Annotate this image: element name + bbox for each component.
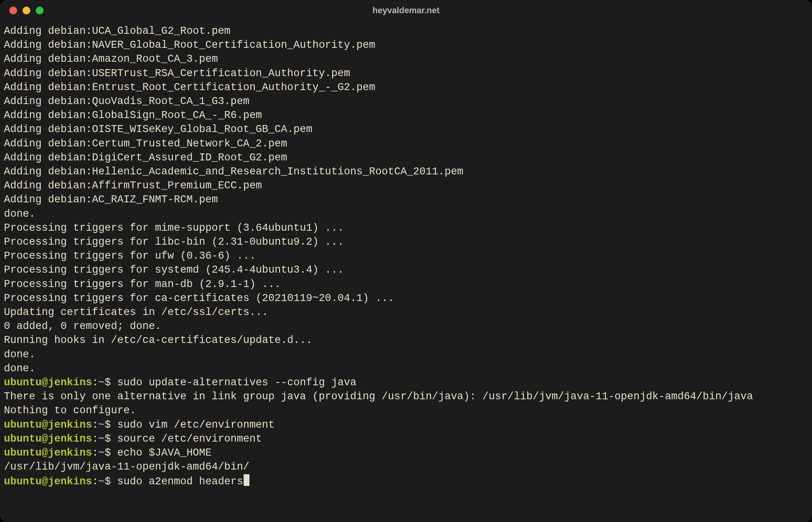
command-text: echo $JAVA_HOME [117, 447, 212, 459]
shell-prompt: ubuntu@jenkins:~$ [4, 419, 117, 431]
terminal-output-line: Adding debian:NAVER_Global_Root_Certific… [4, 38, 808, 52]
terminal-output-line: Adding debian:OISTE_WISeKey_Global_Root_… [4, 122, 808, 136]
terminal-output-line: /usr/lib/jvm/java-11-openjdk-amd64/bin/ [4, 460, 808, 474]
terminal-output-line: Processing triggers for ca-certificates … [4, 291, 808, 305]
terminal-output-line: Adding debian:AC_RAIZ_FNMT-RCM.pem [4, 193, 808, 207]
shell-prompt: ubuntu@jenkins:~$ [4, 476, 117, 487]
terminal-output-line: Nothing to configure. [4, 404, 808, 418]
command-text: sudo update-alternatives --config java [117, 377, 357, 388]
terminal-output-line: Adding debian:QuoVadis_Root_CA_1_G3.pem [4, 94, 808, 108]
terminal-output-line: Updating certificates in /etc/ssl/certs.… [4, 305, 808, 319]
terminal-output-line: Adding debian:AffirmTrust_Premium_ECC.pe… [4, 179, 808, 193]
terminal-command-line: ubuntu@jenkins:~$ echo $JAVA_HOME [4, 446, 808, 460]
shell-prompt: ubuntu@jenkins:~$ [4, 433, 117, 445]
terminal-output-line: Running hooks in /etc/ca-certificates/up… [4, 333, 808, 347]
terminal-output-line: Processing triggers for libc-bin (2.31-0… [4, 235, 808, 249]
terminal-command-line: ubuntu@jenkins:~$ source /etc/environmen… [4, 432, 808, 446]
terminal-output-line: Processing triggers for systemd (245.4-4… [4, 263, 808, 277]
cursor-icon [244, 474, 249, 486]
terminal-output-line: done. [4, 348, 808, 362]
titlebar: heyvaldemar.net [0, 0, 812, 21]
terminal-command-line: ubuntu@jenkins:~$ sudo vim /etc/environm… [4, 418, 808, 432]
terminal-output-line: Adding debian:USERTrust_RSA_Certificatio… [4, 66, 808, 80]
terminal-output-line: Processing triggers for ufw (0.36-6) ... [4, 249, 808, 263]
maximize-icon[interactable] [36, 7, 44, 14]
shell-prompt: ubuntu@jenkins:~$ [4, 377, 117, 388]
shell-prompt: ubuntu@jenkins:~$ [4, 447, 117, 459]
terminal-command-line: ubuntu@jenkins:~$ sudo update-alternativ… [4, 376, 808, 390]
close-icon[interactable] [9, 7, 17, 14]
terminal-output-line: done. [4, 362, 808, 376]
terminal-output-line: Adding debian:UCA_Global_G2_Root.pem [4, 24, 808, 38]
command-text: source /etc/environment [117, 433, 262, 445]
minimize-icon[interactable] [23, 7, 30, 14]
terminal-output-line: Adding debian:Certum_Trusted_Network_CA_… [4, 137, 808, 151]
terminal-command-line: ubuntu@jenkins:~$ sudo a2enmod headers [4, 474, 808, 489]
terminal-output-line: Adding debian:Hellenic_Academic_and_Rese… [4, 165, 808, 179]
terminal-output-line: Adding debian:Amazon_Root_CA_3.pem [4, 52, 808, 66]
terminal-output-line: Processing triggers for mime-support (3.… [4, 221, 808, 235]
terminal-output-line: Adding debian:GlobalSign_Root_CA_-_R6.pe… [4, 108, 808, 122]
terminal-output-line: Adding debian:DigiCert_Assured_ID_Root_G… [4, 151, 808, 165]
command-text: sudo a2enmod headers [117, 476, 243, 487]
traffic-lights [9, 7, 44, 14]
command-text: sudo vim /etc/environment [117, 419, 275, 431]
terminal-output-line: Adding debian:Entrust_Root_Certification… [4, 80, 808, 94]
window-title: heyvaldemar.net [0, 5, 812, 16]
terminal-output-line: done. [4, 207, 808, 221]
terminal-output-line: 0 added, 0 removed; done. [4, 319, 808, 333]
terminal-output-line: There is only one alternative in link gr… [4, 390, 808, 404]
terminal-window: heyvaldemar.net Adding debian:UCA_Global… [0, 0, 812, 522]
terminal-body[interactable]: Adding debian:UCA_Global_G2_Root.pemAddi… [0, 21, 812, 492]
terminal-output-line: Processing triggers for man-db (2.9.1-1)… [4, 277, 808, 291]
